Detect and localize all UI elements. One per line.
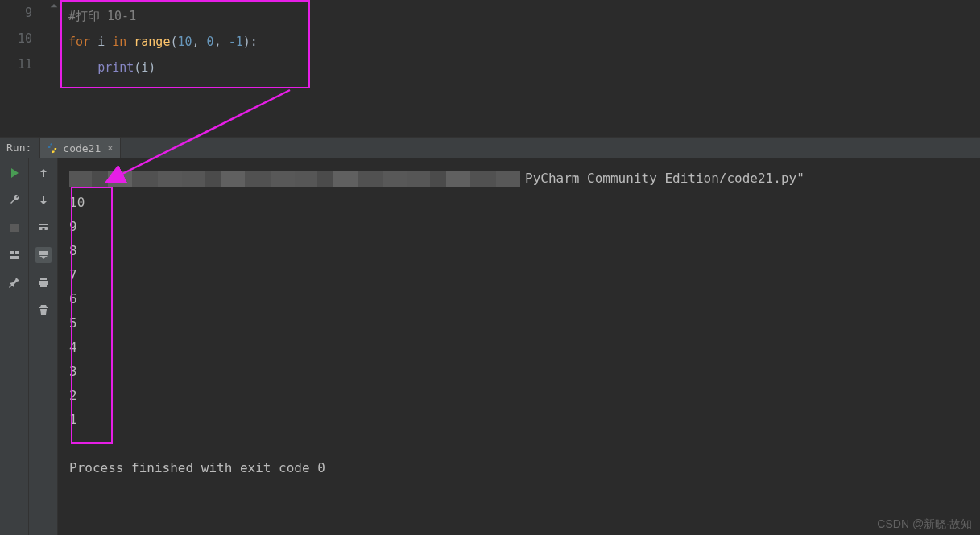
command-line: PyCharm Community Edition/code21.py" xyxy=(69,167,969,191)
svg-rect-0 xyxy=(10,224,19,232)
code-highlight-box: #打印 10-1 for i in range(10, 0, -1): prin… xyxy=(60,0,310,88)
svg-rect-2 xyxy=(15,251,19,254)
exit-message: Process finished with exit code 0 xyxy=(69,456,969,480)
run-button[interactable] xyxy=(6,165,23,181)
run-toolbar-right xyxy=(29,158,58,535)
run-toolbar-left xyxy=(0,158,29,535)
svg-rect-3 xyxy=(10,256,19,259)
line-number: 10 xyxy=(0,26,32,51)
python-icon xyxy=(47,142,58,154)
output-line: 6 xyxy=(69,287,969,311)
output-line: 7 xyxy=(69,263,969,287)
line-number: 9 xyxy=(0,0,32,26)
output-line: 2 xyxy=(69,384,969,408)
fold-icon[interactable] xyxy=(48,3,60,14)
code-line[interactable]: #打印 10-1 xyxy=(68,3,302,29)
run-label: Run: xyxy=(0,142,39,154)
layout-icon[interactable] xyxy=(6,247,23,263)
svg-rect-1 xyxy=(10,251,14,254)
scroll-end-icon[interactable] xyxy=(35,247,52,263)
soft-wrap-icon[interactable] xyxy=(35,220,52,236)
redacted-path xyxy=(69,171,520,187)
code-line[interactable]: print(i) xyxy=(68,55,302,80)
print-icon[interactable] xyxy=(35,274,52,290)
run-tool-window: Run: code21 × PyCharm Community Edition xyxy=(0,137,980,535)
console-output[interactable]: PyCharm Community Edition/code21.py" 10 … xyxy=(58,158,980,535)
output-line: 10 xyxy=(69,191,969,215)
command-tail: PyCharm Community Edition/code21.py" xyxy=(525,167,804,191)
output-line: 4 xyxy=(69,335,969,360)
output-line: 9 xyxy=(69,215,969,239)
stop-button[interactable] xyxy=(6,220,23,236)
pin-icon[interactable] xyxy=(6,274,23,290)
line-number: 11 xyxy=(0,51,32,77)
close-icon[interactable]: × xyxy=(107,142,113,154)
editor-area: 9 10 11 #打印 10-1 for i in range(10, 0, -… xyxy=(0,0,980,137)
arrow-up-icon[interactable] xyxy=(35,165,52,181)
output-line: 1 xyxy=(69,408,969,432)
trash-icon[interactable] xyxy=(35,302,52,318)
output-line: 5 xyxy=(69,311,969,335)
arrow-down-icon[interactable] xyxy=(35,192,52,208)
output-highlight-box xyxy=(71,187,113,444)
code-line[interactable]: for i in range(10, 0, -1): xyxy=(68,29,302,55)
run-header: Run: code21 × xyxy=(0,138,980,158)
output-line: 8 xyxy=(69,239,969,263)
run-tab[interactable]: code21 × xyxy=(39,138,120,158)
line-gutter: 9 10 11 xyxy=(0,0,44,77)
run-tab-label: code21 xyxy=(63,142,101,154)
watermark: CSDN @新晓·故知 xyxy=(877,517,972,532)
wrench-icon[interactable] xyxy=(6,192,23,208)
run-body: PyCharm Community Edition/code21.py" 10 … xyxy=(0,158,980,535)
output-line: 3 xyxy=(69,360,969,384)
